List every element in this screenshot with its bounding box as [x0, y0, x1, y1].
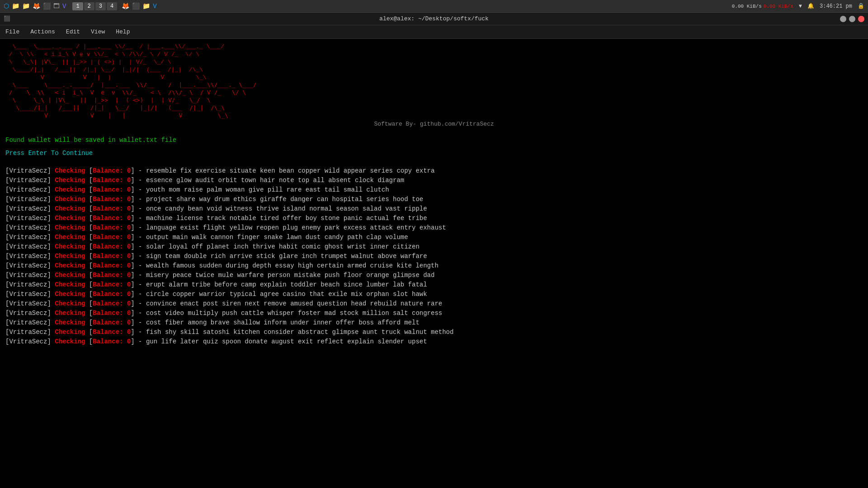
network-stats: 0.00 KiB/s 0.00 KiB/s [732, 4, 793, 9]
wifi-icon: ▼ [799, 3, 802, 9]
notifications-icon[interactable]: 🔔 [807, 3, 814, 9]
ascii-art-full: \___ \____._._____/ |___.___ \\/__ / |__… [5, 81, 863, 119]
log-line: [VritraSecz] Checking [Balance: 0] - pro… [5, 195, 863, 204]
log-line: [VritraSecz] Checking [Balance: 0] - sig… [5, 252, 863, 261]
software-credit: Software By- github.com/VritraSecz [5, 120, 863, 129]
menu-help[interactable]: Help [114, 28, 132, 36]
system-bar: ⬡ 📁 📁 🦊 ⬛ 🗔 V 1 2 3 4 🦊 ⬛ 📁 V 0.00 KiB/s… [0, 0, 868, 13]
term-icon[interactable]: ⬛ [132, 2, 140, 10]
terminal-output[interactable]: \___ \____._.___ / |___.___ \\/__ / |___… [0, 39, 868, 488]
vscode-icon[interactable]: V [153, 3, 156, 10]
log-line: [VritraSecz] Checking [Balance: 0] - con… [5, 299, 863, 309]
log-line: [VritraSecz] Checking [Balance: 0] - mac… [5, 214, 863, 223]
app-icon-6[interactable]: 🗔 [53, 3, 60, 10]
log-line: [VritraSecz] Checking [Balance: 0] - ess… [5, 176, 863, 185]
maximize-button[interactable] [849, 16, 855, 22]
window-icon: ⬛ [4, 15, 10, 22]
minimize-button[interactable] [840, 16, 846, 22]
menu-edit[interactable]: Edit [64, 28, 82, 36]
system-bar-left: ⬡ 📁 📁 🦊 ⬛ 🗔 V 1 2 3 4 🦊 ⬛ 📁 V [4, 2, 157, 10]
app-icon-1[interactable]: ⬡ [4, 2, 9, 10]
close-button[interactable] [858, 16, 864, 22]
log-line: [VritraSecz] Checking [Balance: 0] - cos… [5, 309, 863, 318]
workspace-3[interactable]: 3 [95, 2, 106, 10]
log-output: [VritraSecz] Checking [Balance: 0] - res… [5, 166, 863, 347]
window-title: alex@alex: ~/Desktop/softx/fuck [379, 15, 489, 22]
workspace-4[interactable]: 4 [107, 2, 117, 10]
log-line: [VritraSecz] Checking [Balance: 0] - cir… [5, 290, 863, 299]
log-line: [VritraSecz] Checking [Balance: 0] - eru… [5, 280, 863, 290]
wallet-notice: Found wallet will be saved in wallet.txt… [5, 136, 863, 145]
log-line: [VritraSecz] Checking [Balance: 0] - gun… [5, 337, 863, 347]
menu-file[interactable]: File [4, 28, 21, 36]
log-line: [VritraSecz] Checking [Balance: 0] - fis… [5, 328, 863, 337]
log-line: [VritraSecz] Checking [Balance: 0] - mis… [5, 271, 863, 280]
log-line: [VritraSecz] Checking [Balance: 0] - cos… [5, 318, 863, 328]
app-icon-7[interactable]: V [62, 3, 66, 10]
log-line: [VritraSecz] Checking [Balance: 0] - wea… [5, 261, 863, 271]
app-icon-4[interactable]: 🦊 [33, 2, 40, 10]
workspace-1[interactable]: 1 [72, 2, 83, 10]
menu-bar: File Actions Edit View Help [0, 25, 868, 39]
ascii-art-logo: \___ \____._.___ / |___.___ \\/__ / |___… [5, 43, 863, 81]
menu-actions[interactable]: Actions [28, 28, 57, 36]
folder-icon[interactable]: 📁 [142, 2, 150, 10]
browser-icon[interactable]: 🦊 [122, 2, 129, 10]
menu-view[interactable]: View [89, 28, 107, 36]
log-line: [VritraSecz] Checking [Balance: 0] - sol… [5, 242, 863, 252]
net-download: 0.00 KiB/s [764, 4, 793, 9]
workspace-2[interactable]: 2 [84, 2, 94, 10]
app-icon-3[interactable]: 📁 [22, 2, 30, 10]
system-bar-right: 0.00 KiB/s 0.00 KiB/s ▼ 🔔 3:46:21 pm 🔒 [732, 3, 864, 9]
lock-icon[interactable]: 🔒 [858, 3, 864, 9]
log-line: [VritraSecz] Checking [Balance: 0] - lan… [5, 223, 863, 233]
press-enter-prompt: Press Enter To Continue [5, 149, 863, 158]
window-titlebar: ⬛ alex@alex: ~/Desktop/softx/fuck [0, 13, 868, 25]
log-line: [VritraSecz] Checking [Balance: 0] - onc… [5, 204, 863, 214]
log-line: [VritraSecz] Checking [Balance: 0] - you… [5, 185, 863, 195]
workspace-tabs: 1 2 3 4 [72, 2, 117, 10]
net-upload: 0.00 KiB/s [732, 4, 762, 9]
app-icon-2[interactable]: 📁 [12, 2, 19, 10]
clock: 3:46:21 pm [820, 3, 852, 9]
log-line: [VritraSecz] Checking [Balance: 0] - out… [5, 233, 863, 242]
app-icon-5[interactable]: ⬛ [43, 2, 51, 10]
window-controls [840, 16, 864, 22]
log-line: [VritraSecz] Checking [Balance: 0] - res… [5, 166, 863, 176]
